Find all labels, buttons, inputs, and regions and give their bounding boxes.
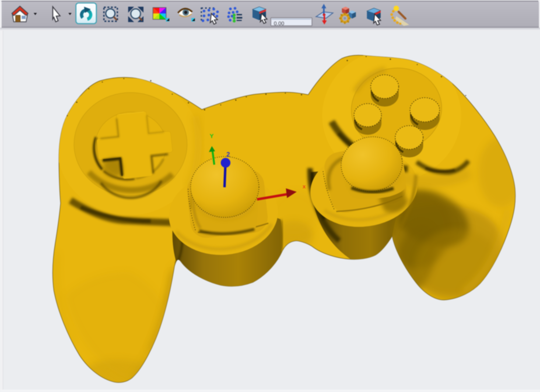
svg-text:0.00: 0.00 <box>274 20 284 26</box>
svg-text:2: 2 <box>226 151 230 158</box>
svg-text:x: x <box>303 183 306 189</box>
svg-text:Y: Y <box>210 133 214 139</box>
